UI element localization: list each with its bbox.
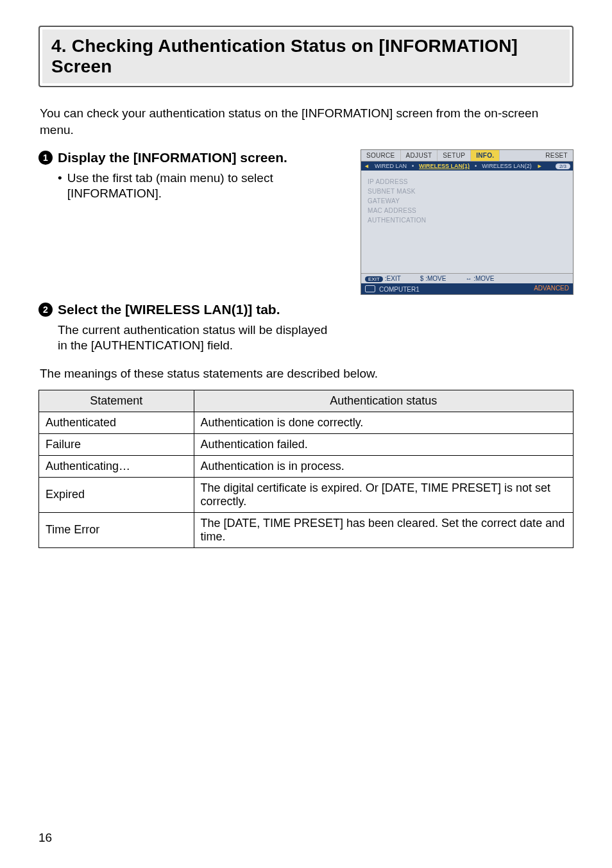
th-statement: Statement: [39, 390, 194, 412]
osd-footer-status: COMPUTER1 ADVANCED: [361, 283, 573, 294]
osd-sub-wlan1: WIRELESS LAN(1): [416, 163, 472, 169]
step-2-row: 2 Select the [WIRELESS LAN(1)] tab. The …: [38, 301, 574, 354]
osd-move-horiz: ↔ :MOVE: [465, 275, 494, 282]
status-table: Statement Authentication status Authenti…: [38, 390, 574, 548]
osd-field-mac: MAC ADDRESS: [368, 206, 566, 215]
table-row: Authenticating… Authentication is in pro…: [39, 455, 574, 477]
step-2-title: Select the [WIRELESS LAN(1)] tab.: [58, 301, 280, 318]
table-row: Failure Authentication failed.: [39, 433, 574, 455]
osd-dot-sep: •: [475, 163, 477, 169]
section-title-bg: 4. Checking Authentication Status on [IN…: [42, 29, 570, 83]
step-1-bullet: • Use the first tab (main menu) to selec…: [58, 171, 350, 202]
osd-advanced-label: ADVANCED: [534, 285, 569, 293]
osd-exit-badge: EXIT: [365, 276, 383, 282]
step-2-head: 2 Select the [WIRELESS LAN(1)] tab.: [38, 301, 340, 318]
step-2-text: 2 Select the [WIRELESS LAN(1)] tab. The …: [38, 301, 340, 354]
osd-field-mask: SUBNET MASK: [368, 187, 566, 196]
osd-source-status: COMPUTER1: [365, 285, 420, 293]
cell-status: The [DATE, TIME PRESET] has been cleared…: [194, 512, 573, 547]
cell-statement: Authenticated: [39, 412, 194, 433]
cell-statement: Expired: [39, 477, 194, 512]
osd-tab-reset: RESET: [540, 150, 573, 161]
step-1-title: Display the [INFORMATION] screen.: [58, 149, 287, 166]
osd-right-arrow-icon: ►: [537, 163, 543, 169]
cell-status: Authentication is in process.: [194, 455, 573, 477]
table-row: Expired The digital certificate is expir…: [39, 477, 574, 512]
osd-screenshot: SOURCE ADJUST SETUP INFO. RESET ◄ WIRED …: [361, 149, 574, 295]
cell-statement: Failure: [39, 433, 194, 455]
cell-status: Authentication is done correctly.: [194, 412, 573, 433]
section-title-frame: 4. Checking Authentication Status on [IN…: [38, 26, 574, 87]
osd-sub-wired: WIRED LAN: [372, 163, 409, 169]
osd-dot-sep: •: [412, 163, 414, 169]
step-2-desc: The current authentication status will b…: [58, 322, 340, 354]
osd-body: IP ADDRESS SUBNET MASK GATEWAY MAC ADDRE…: [361, 171, 573, 273]
osd-tab-info: INFO.: [471, 150, 500, 161]
step-1-text: 1 Display the [INFORMATION] screen. • Us…: [38, 149, 350, 202]
osd-left-arrow-icon: ◄: [364, 163, 370, 169]
table-row: Authenticated Authentication is done cor…: [39, 412, 574, 433]
osd-exit-label: :EXIT: [385, 275, 401, 282]
osd-field-gateway: GATEWAY: [368, 196, 566, 206]
osd-move-vert: $ :MOVE: [420, 275, 446, 282]
table-row: Time Error The [DATE, TIME PRESET] has b…: [39, 512, 574, 547]
step-2-badge: 2: [38, 303, 53, 317]
osd-footer-nav: EXIT:EXIT $ :MOVE ↔ :MOVE: [361, 273, 573, 283]
osd-tab-source: SOURCE: [361, 150, 401, 161]
th-status: Authentication status: [194, 390, 573, 412]
step-1-badge: 1: [38, 151, 53, 165]
page-number: 16: [38, 831, 52, 845]
intro-paragraph: You can check your authentication status…: [40, 105, 572, 138]
osd-field-auth: AUTHENTICATION: [368, 215, 566, 225]
osd-sub-tabs: ◄ WIRED LAN • WIRELESS LAN(1) • WIRELESS…: [361, 162, 573, 171]
meanings-intro: The meanings of these status statements …: [40, 367, 572, 381]
osd-exit: EXIT:EXIT: [365, 275, 401, 282]
cell-status: Authentication failed.: [194, 433, 573, 455]
cell-statement: Time Error: [39, 512, 194, 547]
cell-status: The digital certificate is expired. Or […: [194, 477, 573, 512]
document-page: 4. Checking Authentication Status on [IN…: [0, 0, 612, 868]
osd-sub-wlan2: WIRELESS LAN(2): [479, 163, 534, 169]
osd-field-ip: IP ADDRESS: [368, 177, 566, 187]
step-1-bullet-text: Use the first tab (main menu) to select …: [67, 171, 350, 202]
osd-source-icon: [365, 285, 375, 292]
osd-top-tabs: SOURCE ADJUST SETUP INFO. RESET: [361, 150, 573, 162]
step-1-row: 1 Display the [INFORMATION] screen. • Us…: [38, 149, 574, 295]
osd-tab-adjust: ADJUST: [401, 150, 438, 161]
osd-source-label: COMPUTER1: [379, 286, 420, 293]
step-1-head: 1 Display the [INFORMATION] screen.: [38, 149, 350, 166]
osd-page-pill: 2/3: [556, 163, 570, 169]
cell-statement: Authenticating…: [39, 455, 194, 477]
osd-window: SOURCE ADJUST SETUP INFO. RESET ◄ WIRED …: [361, 149, 574, 295]
bullet-dot-icon: •: [58, 171, 62, 202]
table-header-row: Statement Authentication status: [39, 390, 574, 412]
osd-tab-setup: SETUP: [438, 150, 471, 161]
section-title: 4. Checking Authentication Status on [IN…: [51, 36, 518, 76]
